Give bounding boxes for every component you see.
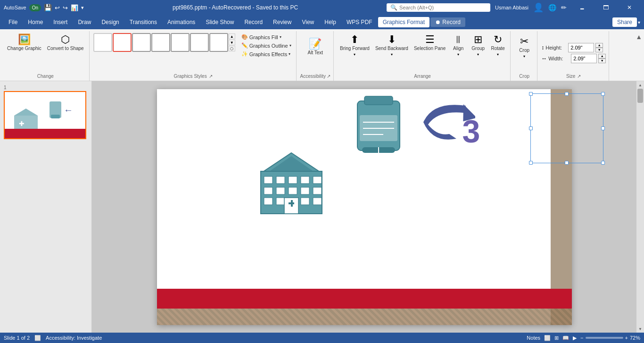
autosave-toggle[interactable]: On xyxy=(29,4,41,11)
search-input[interactable] xyxy=(399,5,475,10)
bring-forward-arrow[interactable]: ▾ xyxy=(354,52,355,57)
handle-mid-right[interactable] xyxy=(601,126,605,130)
zoom-out-icon[interactable]: − xyxy=(580,335,583,341)
customize-icon[interactable]: ▾ xyxy=(81,5,84,11)
style-swatch-5[interactable] xyxy=(171,33,190,52)
handle-bot-left[interactable] xyxy=(529,161,533,165)
gallery-scroll-expand[interactable]: ⬡ xyxy=(229,46,235,51)
presenter-icon[interactable]: ▶ xyxy=(573,335,577,341)
height-spin-down[interactable]: ▼ xyxy=(595,48,603,52)
notes-button[interactable]: Notes xyxy=(527,335,540,341)
menu-insert[interactable]: Insert xyxy=(49,17,72,27)
menu-home[interactable]: Home xyxy=(23,17,48,27)
vertical-scrollbar[interactable]: ▲ ▼ xyxy=(636,81,644,333)
align-button[interactable]: ⫴ Align ▾ xyxy=(449,33,468,58)
graphics-outline-button[interactable]: ✏️ Graphics Outline ▾ xyxy=(239,42,293,50)
reading-view-icon[interactable]: 📖 xyxy=(562,335,569,341)
present-icon[interactable]: 📊 xyxy=(71,4,78,11)
connect-icon[interactable]: 🌐 xyxy=(548,4,556,11)
convert-shape-button[interactable]: ⬡ Convert to Shape xyxy=(45,33,86,53)
style-swatch-4[interactable] xyxy=(151,33,170,52)
menu-file[interactable]: File xyxy=(4,17,22,27)
height-spin-up[interactable]: ▲ xyxy=(595,43,603,48)
align-arrow[interactable]: ▾ xyxy=(457,52,459,57)
bring-forward-button[interactable]: ⬆ Bring Forward ▾ xyxy=(338,33,372,58)
width-input[interactable] xyxy=(571,54,597,63)
menu-wps-pdf[interactable]: WPS PDF xyxy=(342,17,377,27)
minimize-button[interactable]: 🗕 xyxy=(571,0,593,15)
styles-expand-icon[interactable]: ↗ xyxy=(209,74,213,79)
style-swatch-2[interactable] xyxy=(113,33,132,52)
window-controls: 🗕 🗖 ✕ xyxy=(571,0,640,15)
zoom-percent[interactable]: 72% xyxy=(630,335,640,341)
handle-mid-left[interactable] xyxy=(529,126,533,130)
save-icon[interactable]: 💾 xyxy=(44,4,52,11)
style-swatch-1[interactable] xyxy=(93,33,112,52)
menu-slideshow[interactable]: Slide Show xyxy=(201,17,239,27)
feedback-icon[interactable]: ✏ xyxy=(561,4,567,11)
share-chevron[interactable]: ▾ xyxy=(638,20,640,25)
crop-arrow[interactable]: ▾ xyxy=(523,54,525,59)
maximize-button[interactable]: 🗖 xyxy=(595,0,617,15)
style-swatch-3[interactable] xyxy=(132,33,151,52)
hospital-graphic[interactable] xyxy=(254,151,329,220)
group-arrow[interactable]: ▾ xyxy=(477,52,479,57)
graphics-effects-arrow[interactable]: ▾ xyxy=(289,52,290,56)
menu-animations[interactable]: Animations xyxy=(163,17,200,27)
record-button[interactable]: ⏺ Record xyxy=(430,17,465,27)
menu-design[interactable]: Design xyxy=(97,17,124,27)
menu-help[interactable]: Help xyxy=(320,17,341,27)
normal-view-icon[interactable]: ⬜ xyxy=(544,335,551,341)
redo-icon[interactable]: ↪ xyxy=(63,4,68,11)
undo-icon[interactable]: ↩ xyxy=(55,4,60,11)
menu-transitions[interactable]: Transitions xyxy=(125,17,162,27)
handle-top-left[interactable] xyxy=(529,92,533,96)
scroll-down-arrow[interactable]: ▼ xyxy=(636,325,644,333)
menu-view[interactable]: View xyxy=(297,17,319,27)
gallery-scroll-down[interactable]: ▼ xyxy=(229,40,235,45)
graphics-fill-arrow[interactable]: ▾ xyxy=(280,35,281,39)
scroll-up-arrow[interactable]: ▲ xyxy=(636,81,644,89)
handle-bot-right[interactable] xyxy=(601,161,605,165)
menu-review[interactable]: Review xyxy=(268,17,296,27)
share-button[interactable]: Share xyxy=(612,17,637,27)
gallery-scroll-up[interactable]: ▲ xyxy=(229,33,235,39)
graphics-fill-button[interactable]: 🎨 Graphics Fill ▾ xyxy=(239,33,293,41)
handle-top-right[interactable] xyxy=(601,92,605,96)
style-swatch-6[interactable] xyxy=(190,33,209,52)
zoom-in-icon[interactable]: + xyxy=(625,335,628,341)
width-spin-up[interactable]: ▲ xyxy=(598,54,606,59)
graphics-effects-button[interactable]: ✨ Graphics Effects ▾ xyxy=(239,50,293,58)
slide-view-icon[interactable]: ⬜ xyxy=(34,335,41,341)
menu-record[interactable]: Record xyxy=(239,17,267,27)
slide-sorter-icon[interactable]: ⊞ xyxy=(554,335,559,341)
alt-text-button[interactable]: 📝 Alt Text xyxy=(305,33,326,61)
size-expand-icon[interactable]: ↗ xyxy=(577,74,581,79)
change-graphic-button[interactable]: 🖼️ Change Graphic xyxy=(5,33,44,53)
accessibility-status[interactable]: Accessibility: Investigate xyxy=(46,335,102,341)
send-backward-button[interactable]: ⬇ Send Backward ▾ xyxy=(373,33,411,58)
group-button[interactable]: ⊞ Group ▾ xyxy=(469,33,487,58)
scroll-thumb[interactable] xyxy=(637,89,643,103)
graphics-outline-arrow[interactable]: ▾ xyxy=(289,43,291,48)
user-avatar[interactable]: 👤 xyxy=(533,2,544,13)
scroll-track[interactable] xyxy=(636,89,644,301)
style-swatch-7[interactable] xyxy=(209,33,228,52)
menu-graphics-format[interactable]: Graphics Format xyxy=(378,17,429,27)
send-backward-arrow[interactable]: ▾ xyxy=(391,52,393,57)
accessibility-expand-icon[interactable]: ↗ xyxy=(327,74,330,79)
crop-button[interactable]: ✂ Crop ▾ xyxy=(515,33,534,61)
close-button[interactable]: ✕ xyxy=(619,0,640,15)
height-input[interactable] xyxy=(568,43,594,52)
rotate-arrow[interactable]: ▾ xyxy=(497,52,499,57)
width-spin-down[interactable]: ▼ xyxy=(598,59,606,63)
zoom-slider[interactable] xyxy=(586,337,623,339)
selection-pane-button[interactable]: ☰ Selection Pane xyxy=(412,33,448,53)
medicine-container[interactable] xyxy=(343,92,414,161)
rotate-button[interactable]: ↻ Rotate ▾ xyxy=(488,33,507,58)
ribbon-collapse-icon[interactable]: ▲ xyxy=(636,33,642,41)
search-bar[interactable]: 🔍 xyxy=(387,3,490,12)
slide-thumbnail-1[interactable]: ✚ ← xyxy=(4,91,86,139)
menu-draw[interactable]: Draw xyxy=(73,17,96,27)
align-icon: ⫴ xyxy=(456,34,461,45)
